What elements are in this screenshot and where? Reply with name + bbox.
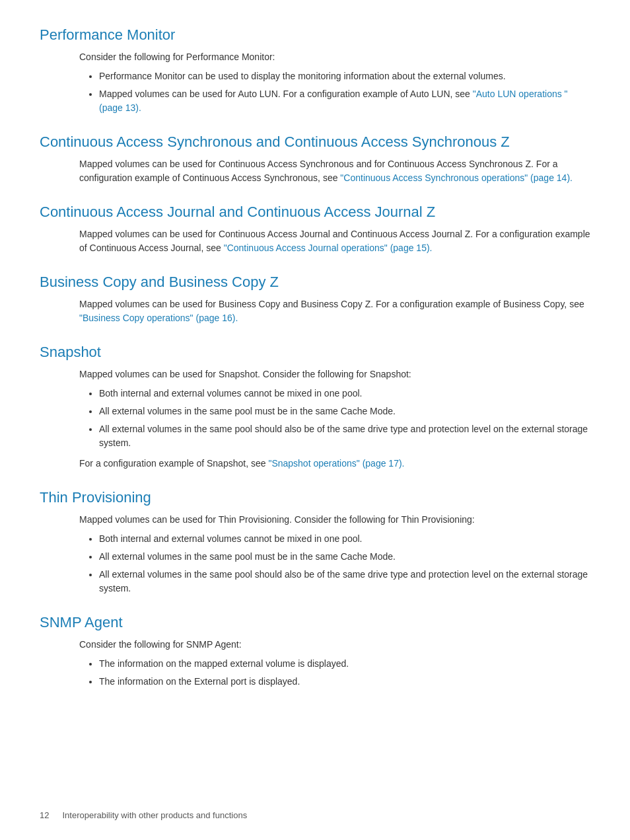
- list-item: Both internal and external volumes canno…: [99, 532, 590, 546]
- list-item: The information on the External port is …: [99, 675, 590, 689]
- bullet-list-snmp-agent: The information on the mapped external v…: [99, 657, 590, 689]
- section-intro-continuous-access-sync: Mapped volumes can be used for Continuou…: [79, 157, 590, 185]
- section-heading-snmp-agent: SNMP Agent: [40, 614, 590, 631]
- section-heading-continuous-access-journal: Continuous Access Journal and Continuous…: [40, 204, 590, 221]
- section-intro-business-copy: Mapped volumes can be used for Business …: [79, 297, 590, 325]
- list-item: All external volumes in the same pool mu…: [99, 404, 590, 418]
- section-intro-thin-provisioning: Mapped volumes can be used for Thin Prov…: [79, 513, 590, 527]
- section-note-snapshot: For a configuration example of Snapshot,…: [79, 457, 590, 471]
- section-heading-thin-provisioning: Thin Provisioning: [40, 489, 590, 506]
- section-intro-snapshot: Mapped volumes can be used for Snapshot.…: [79, 367, 590, 381]
- bullet-list-thin-provisioning: Both internal and external volumes canno…: [99, 532, 590, 595]
- section-heading-performance-monitor: Performance Monitor: [40, 26, 590, 44]
- list-item: Both internal and external volumes canno…: [99, 387, 590, 401]
- list-item: All external volumes in the same pool sh…: [99, 422, 590, 450]
- list-item: All external volumes in the same pool mu…: [99, 550, 590, 564]
- section-intro-performance-monitor: Consider the following for Performance M…: [79, 50, 590, 64]
- intro-link-continuous-access-journal[interactable]: "Continuous Access Journal operations" (…: [224, 243, 433, 253]
- section-intro-snmp-agent: Consider the following for SNMP Agent:: [79, 638, 590, 652]
- section-heading-continuous-access-sync: Continuous Access Synchronous and Contin…: [40, 134, 590, 151]
- list-item: The information on the mapped external v…: [99, 657, 590, 671]
- page-footer: 12 Interoperability with other products …: [40, 810, 247, 820]
- intro-link-continuous-access-sync[interactable]: "Continuous Access Synchronous operation…: [340, 172, 573, 183]
- section-intro-continuous-access-journal: Mapped volumes can be used for Continuou…: [79, 227, 590, 255]
- section-heading-business-copy: Business Copy and Business Copy Z: [40, 274, 590, 291]
- bullet-link-performance-monitor-1[interactable]: "Auto LUN operations " (page 13).: [99, 89, 568, 113]
- section-heading-snapshot: Snapshot: [40, 344, 590, 361]
- bullet-list-performance-monitor: Performance Monitor can be used to displ…: [99, 69, 590, 115]
- list-item: All external volumes in the same pool sh…: [99, 568, 590, 595]
- bullet-list-snapshot: Both internal and external volumes canno…: [99, 387, 590, 450]
- list-item: Mapped volumes can be used for Auto LUN.…: [99, 87, 590, 115]
- note-link-snapshot[interactable]: "Snapshot operations" (page 17).: [268, 458, 404, 469]
- intro-link-business-copy[interactable]: "Business Copy operations" (page 16).: [79, 313, 238, 323]
- footer-text: Interoperability with other products and…: [62, 810, 247, 820]
- list-item: Performance Monitor can be used to displ…: [99, 69, 590, 83]
- page-number: 12: [40, 810, 49, 820]
